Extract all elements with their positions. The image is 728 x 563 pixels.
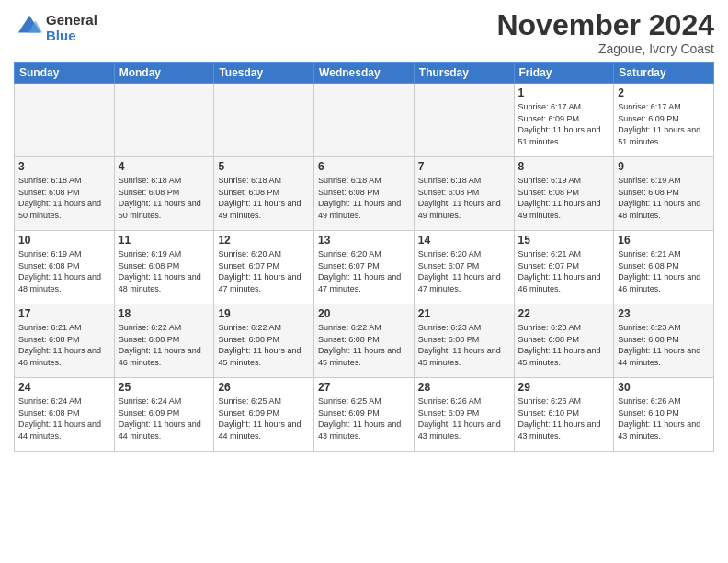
page-header: General Blue November 2024 Zagoue, Ivory… [14, 9, 714, 56]
day-number: 7 [418, 160, 510, 173]
day-number: 24 [18, 381, 110, 394]
calendar-cell: 30Sunrise: 6:26 AMSunset: 6:10 PMDayligh… [614, 378, 714, 452]
day-info: Sunrise: 6:22 AMSunset: 6:08 PMDaylight:… [119, 322, 210, 368]
day-number: 6 [318, 160, 410, 173]
calendar-cell: 26Sunrise: 6:25 AMSunset: 6:09 PMDayligh… [214, 378, 314, 452]
calendar-day-header: Tuesday [214, 63, 314, 84]
calendar-cell: 16Sunrise: 6:21 AMSunset: 6:08 PMDayligh… [614, 231, 714, 304]
title-area: November 2024 Zagoue, Ivory Coast [496, 9, 714, 56]
day-info: Sunrise: 6:26 AMSunset: 6:10 PMDaylight:… [618, 396, 710, 442]
calendar-cell: 13Sunrise: 6:20 AMSunset: 6:07 PMDayligh… [314, 231, 415, 304]
day-info: Sunrise: 6:25 AMSunset: 6:09 PMDaylight:… [318, 396, 410, 442]
calendar-cell: 5Sunrise: 6:18 AMSunset: 6:08 PMDaylight… [214, 157, 314, 231]
calendar-cell: 3Sunrise: 6:18 AMSunset: 6:08 PMDaylight… [15, 157, 115, 231]
calendar-cell: 6Sunrise: 6:18 AMSunset: 6:08 PMDaylight… [314, 157, 415, 231]
day-number: 30 [618, 381, 710, 394]
day-info: Sunrise: 6:20 AMSunset: 6:07 PMDaylight:… [218, 248, 310, 294]
day-info: Sunrise: 6:23 AMSunset: 6:08 PMDaylight:… [518, 322, 610, 368]
calendar-cell [314, 84, 415, 157]
calendar-cell: 15Sunrise: 6:21 AMSunset: 6:07 PMDayligh… [514, 231, 614, 304]
day-info: Sunrise: 6:19 AMSunset: 6:08 PMDaylight:… [618, 175, 710, 221]
day-info: Sunrise: 6:18 AMSunset: 6:08 PMDaylight:… [119, 175, 210, 221]
day-info: Sunrise: 6:25 AMSunset: 6:09 PMDaylight:… [218, 396, 310, 442]
day-info: Sunrise: 6:20 AMSunset: 6:07 PMDaylight:… [418, 248, 510, 294]
calendar-cell: 21Sunrise: 6:23 AMSunset: 6:08 PMDayligh… [414, 304, 514, 378]
logo: General Blue [14, 13, 97, 43]
calendar-day-header: Wednesday [314, 63, 415, 84]
calendar-cell: 29Sunrise: 6:26 AMSunset: 6:10 PMDayligh… [514, 378, 614, 452]
calendar-cell: 24Sunrise: 6:24 AMSunset: 6:08 PMDayligh… [15, 378, 115, 452]
calendar-cell: 12Sunrise: 6:20 AMSunset: 6:07 PMDayligh… [214, 231, 314, 304]
day-info: Sunrise: 6:18 AMSunset: 6:08 PMDaylight:… [18, 175, 110, 221]
day-info: Sunrise: 6:17 AMSunset: 6:09 PMDaylight:… [618, 101, 710, 147]
day-number: 15 [518, 234, 610, 247]
day-number: 17 [18, 307, 110, 320]
calendar-cell [114, 84, 214, 157]
day-number: 19 [218, 307, 310, 320]
day-info: Sunrise: 6:26 AMSunset: 6:09 PMDaylight:… [418, 396, 510, 442]
calendar-cell: 11Sunrise: 6:19 AMSunset: 6:08 PMDayligh… [114, 231, 214, 304]
calendar-cell: 17Sunrise: 6:21 AMSunset: 6:08 PMDayligh… [15, 304, 115, 378]
day-info: Sunrise: 6:22 AMSunset: 6:08 PMDaylight:… [218, 322, 310, 368]
day-number: 29 [518, 381, 610, 394]
day-number: 1 [518, 86, 610, 99]
calendar-cell: 27Sunrise: 6:25 AMSunset: 6:09 PMDayligh… [314, 378, 415, 452]
day-number: 27 [318, 381, 410, 394]
calendar-cell: 4Sunrise: 6:18 AMSunset: 6:08 PMDaylight… [114, 157, 214, 231]
day-number: 22 [518, 307, 610, 320]
day-info: Sunrise: 6:19 AMSunset: 6:08 PMDaylight:… [518, 175, 610, 221]
day-number: 13 [318, 234, 410, 247]
day-number: 8 [518, 160, 610, 173]
day-number: 18 [119, 307, 210, 320]
calendar-cell: 9Sunrise: 6:19 AMSunset: 6:08 PMDaylight… [614, 157, 714, 231]
day-number: 20 [318, 307, 410, 320]
day-info: Sunrise: 6:26 AMSunset: 6:10 PMDaylight:… [518, 396, 610, 442]
calendar-cell: 14Sunrise: 6:20 AMSunset: 6:07 PMDayligh… [414, 231, 514, 304]
calendar-cell [414, 84, 514, 157]
day-info: Sunrise: 6:19 AMSunset: 6:08 PMDaylight:… [18, 248, 110, 294]
calendar-cell: 8Sunrise: 6:19 AMSunset: 6:08 PMDaylight… [514, 157, 614, 231]
calendar-cell: 10Sunrise: 6:19 AMSunset: 6:08 PMDayligh… [15, 231, 115, 304]
calendar-day-header: Saturday [614, 63, 714, 84]
day-info: Sunrise: 6:18 AMSunset: 6:08 PMDaylight:… [418, 175, 510, 221]
calendar-week-row: 3Sunrise: 6:18 AMSunset: 6:08 PMDaylight… [15, 157, 714, 231]
day-number: 10 [18, 234, 110, 247]
day-info: Sunrise: 6:20 AMSunset: 6:07 PMDaylight:… [318, 248, 410, 294]
day-number: 23 [618, 307, 710, 320]
calendar-day-header: Sunday [15, 63, 115, 84]
day-number: 3 [18, 160, 110, 173]
day-info: Sunrise: 6:23 AMSunset: 6:08 PMDaylight:… [618, 322, 710, 368]
calendar-header-row: SundayMondayTuesdayWednesdayThursdayFrid… [15, 63, 714, 84]
calendar-day-header: Thursday [414, 63, 514, 84]
day-number: 26 [218, 381, 310, 394]
calendar-cell: 19Sunrise: 6:22 AMSunset: 6:08 PMDayligh… [214, 304, 314, 378]
day-info: Sunrise: 6:23 AMSunset: 6:08 PMDaylight:… [418, 322, 510, 368]
day-number: 12 [218, 234, 310, 247]
calendar-week-row: 17Sunrise: 6:21 AMSunset: 6:08 PMDayligh… [15, 304, 714, 378]
calendar-cell: 7Sunrise: 6:18 AMSunset: 6:08 PMDaylight… [414, 157, 514, 231]
calendar-day-header: Monday [114, 63, 214, 84]
day-info: Sunrise: 6:18 AMSunset: 6:08 PMDaylight:… [218, 175, 310, 221]
calendar-cell [214, 84, 314, 157]
day-number: 25 [119, 381, 210, 394]
day-number: 5 [218, 160, 310, 173]
day-info: Sunrise: 6:22 AMSunset: 6:08 PMDaylight:… [318, 322, 410, 368]
calendar-cell: 18Sunrise: 6:22 AMSunset: 6:08 PMDayligh… [114, 304, 214, 378]
logo-general: General [46, 13, 97, 29]
calendar-cell: 23Sunrise: 6:23 AMSunset: 6:08 PMDayligh… [614, 304, 714, 378]
day-number: 16 [618, 234, 710, 247]
calendar-week-row: 24Sunrise: 6:24 AMSunset: 6:08 PMDayligh… [15, 378, 714, 452]
day-number: 14 [418, 234, 510, 247]
day-info: Sunrise: 6:24 AMSunset: 6:09 PMDaylight:… [119, 396, 210, 442]
day-number: 11 [119, 234, 210, 247]
calendar-cell [15, 84, 115, 157]
calendar-cell: 2Sunrise: 6:17 AMSunset: 6:09 PMDaylight… [614, 84, 714, 157]
day-number: 21 [418, 307, 510, 320]
day-info: Sunrise: 6:24 AMSunset: 6:08 PMDaylight:… [18, 396, 110, 442]
day-info: Sunrise: 6:18 AMSunset: 6:08 PMDaylight:… [318, 175, 410, 221]
day-number: 28 [418, 381, 510, 394]
location: Zagoue, Ivory Coast [496, 41, 714, 56]
calendar-week-row: 10Sunrise: 6:19 AMSunset: 6:08 PMDayligh… [15, 231, 714, 304]
day-number: 4 [119, 160, 210, 173]
month-title: November 2024 [496, 9, 714, 41]
